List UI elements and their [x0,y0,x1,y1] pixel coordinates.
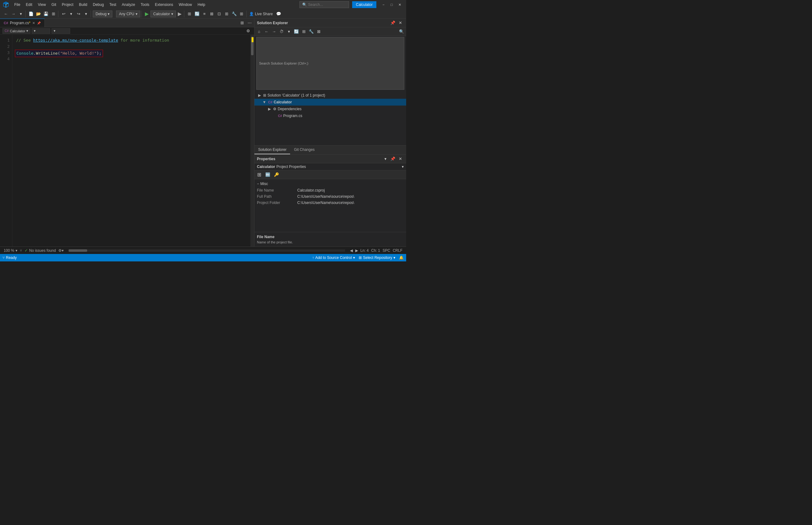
redo-button[interactable]: ↪ [75,11,82,17]
tools-dropdown[interactable]: ⚙▾ [58,249,64,253]
run-button[interactable]: ▶ [144,11,150,17]
save-button[interactable]: 💾 [43,11,49,17]
se-forward-button[interactable]: → [270,28,277,35]
breadcrumb-empty-dropdown-2[interactable]: ▾ [51,28,70,34]
solution-node[interactable]: ▶ ⊞ Solution 'Calculator' (1 of 1 projec… [254,92,406,99]
menu-analyze[interactable]: Analyze [120,1,138,8]
tab-solution-explorer[interactable]: Solution Explorer [254,146,290,154]
toolbar-btn-3[interactable]: ≡ [201,11,208,17]
se-home-button[interactable]: ⌂ [256,28,263,35]
toolbar-btn-7[interactable]: 🔧 [231,11,238,17]
more-tabs-button[interactable]: ⋯ [246,19,253,26]
feedback-button[interactable]: 💬 [275,11,282,17]
back-button[interactable]: ← [2,11,9,17]
add-source-dropdown[interactable]: ▾ [353,256,355,260]
live-share-button[interactable]: 👤 Live Share [247,12,275,16]
zoom-dropdown[interactable]: ▾ [16,249,17,253]
code-editor: 1 2 3 4 // See https://aka.ms/new-consol… [0,35,254,246]
menu-help[interactable]: Help [195,1,208,8]
menu-extensions[interactable]: Extensions [152,1,176,8]
props-grid-view-button[interactable]: ⊞ [256,171,263,178]
forward-button[interactable]: → [10,11,17,17]
se-expand-button[interactable]: ⊞ [300,28,307,35]
search-input[interactable] [308,2,342,7]
undo-button[interactable]: ↩ [60,11,67,17]
minimize-button[interactable]: − [379,1,388,8]
undo-dropdown[interactable]: ▾ [68,11,75,17]
menu-search-box[interactable]: 🔍 [299,1,349,8]
select-repo-dropdown[interactable]: ▾ [393,256,395,260]
run-without-debug[interactable]: ▶ [176,11,183,17]
url-text[interactable]: https://aka.ms/new-console-template [33,38,118,43]
add-to-source-control[interactable]: ↑ Add to Source Control ▾ [312,256,355,260]
se-search-button[interactable]: 🔍 [398,28,405,35]
git-icon[interactable]: ⑂ [20,249,22,253]
zoom-control[interactable]: 100 % ▾ [4,249,17,253]
code-content[interactable]: // See https://aka.ms/new-console-templa… [12,35,250,246]
se-more-button[interactable]: ⊠ [315,28,322,35]
props-sort-button[interactable]: 🔤 [264,171,271,178]
program-cs-node[interactable]: C# Program.cs [254,112,406,119]
menu-debug[interactable]: Debug [90,1,106,8]
se-refresh-button[interactable]: 🔄 [293,28,300,35]
se-filter-button[interactable]: 🔧 [308,28,315,35]
tab-close-icon[interactable]: ✕ [32,21,35,25]
open-file-button[interactable]: 📂 [35,11,42,17]
csharp-small-icon: C# [5,29,9,33]
se-dropdown-btn[interactable]: ▾ [285,28,292,35]
cursor-crlf[interactable]: CRLF [393,249,403,253]
scroll-left-button[interactable]: ◀ [350,249,353,253]
breadcrumb-project-dropdown[interactable]: C# Calculator ▾ [2,28,30,34]
split-editor-button[interactable]: ⊞ [239,19,246,26]
props-pin-button[interactable]: 📌 [389,155,396,162]
se-pin-button[interactable]: 📌 [389,19,396,26]
toolbar-btn-5[interactable]: ⊡ [216,11,223,17]
toolbar-btn-6[interactable]: ⊞ [223,11,230,17]
toolbar-btn-8[interactable]: ⊞ [238,11,245,17]
menu-test[interactable]: Test [107,1,119,8]
platform-dropdown[interactable]: Any CPU ▾ [116,11,140,17]
issues-badge[interactable]: ✓ No issues found [25,248,56,253]
solution-explorer-search[interactable]: Search Solution Explorer (Ctrl+;) [256,37,404,90]
se-clock-button[interactable]: ⏱ [278,28,285,35]
select-repository-button[interactable]: ⊞ Select Repository ▾ [359,256,395,260]
calculator-project-node[interactable]: ▼ C# Calculator [254,99,406,106]
redo-dropdown[interactable]: ▾ [82,11,89,17]
menu-view[interactable]: View [35,1,48,8]
scrollbar-h-thumb[interactable] [68,249,87,252]
se-back-button[interactable]: ← [263,28,270,35]
scroll-right-button[interactable]: ▶ [355,249,358,253]
calculator-button[interactable]: Calculator [352,1,376,8]
tab-git-changes[interactable]: Git Changes [290,146,318,154]
toolbar-btn-4[interactable]: ⊠ [208,11,215,17]
menu-file[interactable]: File [12,1,23,8]
dependencies-node[interactable]: ▶ ⚙ Dependencies [254,106,406,112]
toolbar-btn-1[interactable]: ⊞ [186,11,193,17]
debug-config-dropdown[interactable]: Debug ▾ [93,11,112,17]
close-button[interactable]: ✕ [395,1,404,8]
menu-project[interactable]: Project [59,1,76,8]
repo-icon: ⊞ [359,256,362,260]
dropdown-arrow[interactable]: ▾ [17,11,24,17]
toolbar-btn-2[interactable]: 🔄 [193,11,200,17]
se-close-button[interactable]: ✕ [397,19,404,26]
notification-bell[interactable]: 🔔 [399,256,404,260]
menu-edit[interactable]: Edit [23,1,35,8]
menu-git[interactable]: Git [49,1,59,8]
maximize-button[interactable]: □ [388,1,395,8]
menu-tools[interactable]: Tools [138,1,152,8]
menu-window[interactable]: Window [176,1,194,8]
props-dropdown-arrow[interactable]: ▾ [402,165,404,169]
pin-icon[interactable]: 📌 [37,21,41,25]
breadcrumb-empty-dropdown[interactable]: ▾ [32,28,50,34]
vertical-scrollbar[interactable] [250,35,254,246]
save-all-button[interactable]: ⊞ [50,11,57,17]
props-dropdown-button[interactable]: ▾ [382,155,389,162]
new-file-button[interactable]: 📄 [28,11,34,17]
props-close-button[interactable]: ✕ [397,155,404,162]
menu-build[interactable]: Build [77,1,90,8]
breadcrumb-settings[interactable]: ⚙ [245,28,252,34]
props-key-button[interactable]: 🔑 [273,171,280,178]
project-dropdown[interactable]: Calculator ▾ [151,11,176,17]
program-cs-tab[interactable]: C# Program.cs* ✕ 📌 [0,19,45,27]
